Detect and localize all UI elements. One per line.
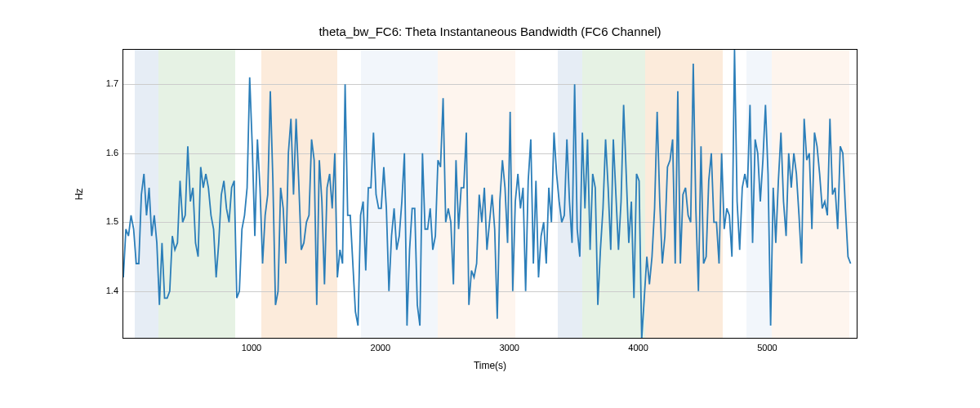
x-tick-label: 4000: [628, 343, 648, 353]
y-tick-label: 1.4: [106, 286, 118, 295]
y-tick-label: 1.5: [106, 216, 118, 226]
x-tick-label: 3000: [499, 343, 519, 353]
x-tick-label: 1000: [242, 343, 261, 353]
chart-title: theta_bw_FC6: Theta Instantaneous Bandwi…: [0, 24, 980, 38]
x-tick-label: 2000: [371, 343, 390, 353]
y-axis-label: Hz: [74, 188, 85, 200]
y-tick-label: 1.6: [106, 148, 118, 157]
x-tick-label: 5000: [757, 343, 777, 353]
chart-container: Hz Time(s) 1.41.51.61.7 1000200030004000…: [122, 49, 858, 339]
data-line: [123, 50, 858, 339]
x-axis-label: Time(s): [122, 360, 858, 371]
plot-area: [122, 49, 858, 339]
y-tick-label: 1.7: [106, 78, 118, 88]
